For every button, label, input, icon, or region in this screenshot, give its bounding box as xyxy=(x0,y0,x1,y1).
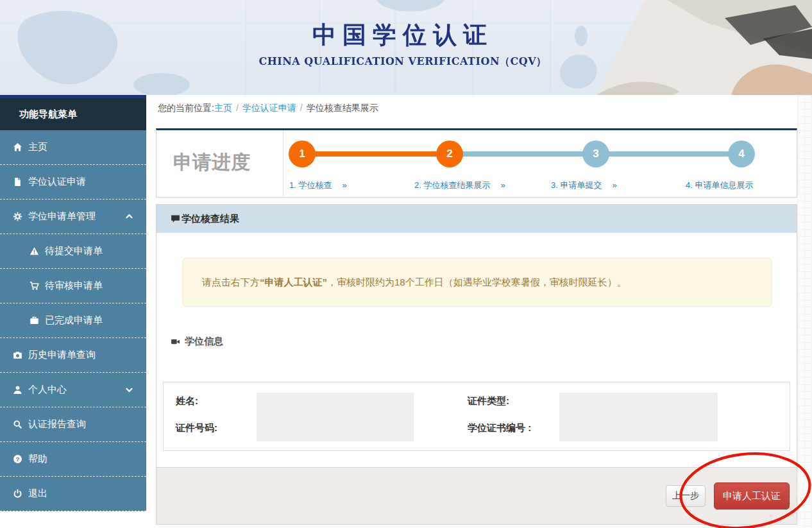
sidebar: 功能导航菜单 主页 学位认证申请 学位申请单管理 待提交申请单 待审核申请单 已… xyxy=(0,95,146,511)
breadcrumb-separator: / xyxy=(232,103,242,113)
sidebar-item-help[interactable]: ? 帮助 xyxy=(0,442,146,477)
breadcrumb-link-home[interactable]: 主页 xyxy=(214,103,232,113)
help-icon: ? xyxy=(13,454,22,464)
step-circle-3: 3 xyxy=(582,141,609,167)
degree-info-panel: 姓名: 证件号码: 证件类型: 学位证书编号 : xyxy=(163,382,790,451)
sidebar-title: 功能导航菜单 xyxy=(0,95,146,130)
degree-info-title: 学位信息 xyxy=(185,336,223,348)
sidebar-item-degree-application[interactable]: 学位认证申请 xyxy=(0,165,146,200)
result-body: 请点击右下方“申请人工认证”，审核时限约为18个工作日（如遇毕业学校寒暑假，审核… xyxy=(156,233,797,467)
step-arrow: » xyxy=(612,180,616,190)
progress-bar-1-2 xyxy=(302,151,450,157)
progress-bar-2-3 xyxy=(450,151,596,157)
sidebar-item-label: 认证报告查询 xyxy=(28,418,86,430)
sidebar-item-report-query[interactable]: 认证报告查询 xyxy=(0,407,146,442)
svg-text:?: ? xyxy=(16,456,20,463)
sidebar-item-label: 主页 xyxy=(28,141,47,153)
sidebar-item-pending-submit[interactable]: 待提交申请单 xyxy=(0,234,146,269)
notice-box: 请点击右下方“申请人工认证”，审核时限约为18个工作日（如遇毕业学校寒暑假，审核… xyxy=(182,258,772,307)
step-circle-1: 1 xyxy=(289,141,316,167)
progress-title: 申请进度 xyxy=(173,149,250,176)
step-circle-2: 2 xyxy=(436,141,463,167)
sidebar-item-label: 学位认证申请 xyxy=(28,176,86,188)
page: 中国学位认证 CHINA QUALIFICATION VERIFICATION（… xyxy=(0,0,812,528)
breadcrumb-prefix: 您的当前位置: xyxy=(158,103,214,113)
camera-icon xyxy=(13,350,22,360)
step-label-4[interactable]: 4. 申请单信息展示 xyxy=(686,180,753,191)
step-label-3[interactable]: 3. 申请单提交» xyxy=(551,180,617,191)
sidebar-item-label: 退出 xyxy=(28,488,47,500)
sidebar-item-application-management[interactable]: 学位申请单管理 xyxy=(0,200,146,234)
sidebar-item-label: 帮助 xyxy=(28,453,47,465)
step-arrow: » xyxy=(500,180,505,190)
step-label-text: 1. 学位核查 xyxy=(289,180,332,190)
site-title-block: 中国学位认证 CHINA QUALIFICATION VERIFICATION（… xyxy=(178,0,627,95)
field-label-id-number: 证件号码: xyxy=(176,422,217,434)
video-camera-icon xyxy=(171,337,180,346)
progress-panel: 申请进度 1 2 3 4 1. 学位核查» 2. 学位核查结果展示» 3. 申请… xyxy=(156,128,797,198)
notice-text: 请点击右下方“申请人工认证”，审核时限约为18个工作日（如遇毕业学校寒暑假，审核… xyxy=(202,277,627,289)
breadcrumb-separator: / xyxy=(296,103,307,113)
apply-manual-verification-button[interactable]: 申请人工认证 xyxy=(714,482,790,509)
previous-step-button[interactable]: 上一步 xyxy=(666,485,706,507)
search-icon xyxy=(13,420,22,429)
briefcase-icon xyxy=(30,316,39,325)
field-label-id-type: 证件类型: xyxy=(468,395,509,407)
step-arrow: » xyxy=(342,180,346,190)
content: 您的当前位置:主页/学位认证申请/学位核查结果展示 申请进度 1 2 3 4 1… xyxy=(156,95,797,525)
divider xyxy=(283,130,283,198)
progress-bar-3-4 xyxy=(596,151,741,157)
sidebar-item-label: 学位申请单管理 xyxy=(28,210,96,223)
sidebar-item-home[interactable]: 主页 xyxy=(0,130,146,165)
sidebar-item-pending-review[interactable]: 待审核申请单 xyxy=(0,269,146,303)
redacted-value-left xyxy=(257,393,414,441)
warning-icon xyxy=(30,246,39,256)
sidebar-item-personal-center[interactable]: 个人中心 xyxy=(0,373,146,407)
power-icon xyxy=(13,489,22,498)
step-label-1[interactable]: 1. 学位核查» xyxy=(289,180,347,191)
step-label-2[interactable]: 2. 学位核查结果展示» xyxy=(414,180,505,191)
result-section-title: 学位核查结果 xyxy=(182,213,239,225)
degree-info-heading: 学位信息 xyxy=(171,336,223,348)
sidebar-item-label: 待提交申请单 xyxy=(45,245,103,257)
sidebar-item-logout[interactable]: 退出 xyxy=(0,477,146,511)
user-icon xyxy=(13,385,22,395)
banner-photo xyxy=(596,0,812,95)
chevron-up-icon xyxy=(125,212,133,221)
cart-icon xyxy=(30,281,39,291)
sidebar-item-label: 历史申请单查询 xyxy=(28,349,96,361)
action-footer: 上一步 申请人工认证 xyxy=(156,467,797,525)
site-title: 中国学位认证 xyxy=(178,19,627,51)
home-icon xyxy=(13,142,22,152)
sidebar-item-completed[interactable]: 已完成申请单 xyxy=(0,303,146,338)
sidebar-item-history-query[interactable]: 历史申请单查询 xyxy=(0,338,146,373)
comment-icon xyxy=(171,214,180,224)
site-subtitle: CHINA QUALIFICATION VERIFICATION（CQV） xyxy=(178,55,627,69)
breadcrumb-link-degree-application[interactable]: 学位认证申请 xyxy=(242,103,296,113)
redacted-value-right xyxy=(559,393,718,441)
sidebar-item-label: 待审核申请单 xyxy=(45,280,103,292)
gear-icon xyxy=(13,212,22,221)
field-label-name: 姓名: xyxy=(176,395,198,407)
sidebar-item-label: 已完成申请单 xyxy=(45,314,103,327)
page-background-grid xyxy=(797,95,812,528)
banner: 中国学位认证 CHINA QUALIFICATION VERIFICATION（… xyxy=(0,0,812,95)
breadcrumb-current: 学位核查结果展示 xyxy=(307,103,378,113)
field-label-cert-number: 学位证书编号 : xyxy=(468,422,531,434)
chevron-down-icon xyxy=(125,386,133,394)
breadcrumb: 您的当前位置:主页/学位认证申请/学位核查结果展示 xyxy=(158,103,378,114)
step-circle-4: 4 xyxy=(728,141,755,167)
step-label-text: 4. 申请单信息展示 xyxy=(686,180,753,190)
sidebar-item-label: 个人中心 xyxy=(28,384,67,396)
step-label-text: 2. 学位核查结果展示 xyxy=(414,180,490,190)
step-label-text: 3. 申请单提交 xyxy=(551,180,602,190)
document-icon xyxy=(13,177,22,187)
result-section-header: 学位核查结果 xyxy=(156,204,797,233)
